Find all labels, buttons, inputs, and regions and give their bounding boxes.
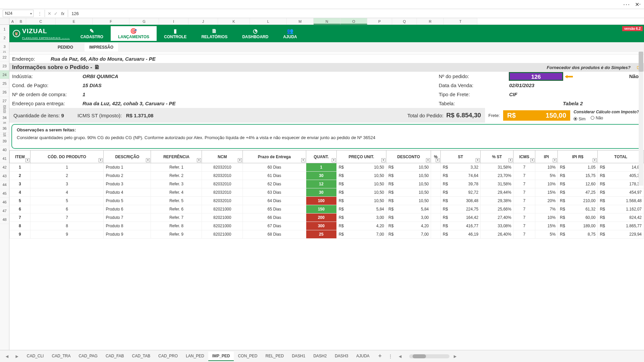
col-st[interactable]: % ST▾ <box>481 150 514 163</box>
col-header-E[interactable]: E <box>56 18 93 24</box>
filter-icon[interactable]: ▾ <box>436 158 440 162</box>
col-header-L[interactable]: L <box>250 18 287 24</box>
col-prazodeentrega[interactable]: Prazo de Entrega▾ <box>243 150 306 163</box>
sheet-tab-cad_pag[interactable]: CAD_PAG <box>74 352 101 361</box>
filter-icon[interactable]: ▾ <box>426 158 430 162</box>
row-header-3[interactable]: 3 <box>0 42 9 51</box>
vertical-scrollbar[interactable] <box>639 52 643 186</box>
table-row[interactable]: 22Produto 2Refer. 28203201061 Dias30R$10… <box>10 172 644 180</box>
filter-icon[interactable]: ▾ <box>197 158 201 162</box>
col-quant[interactable]: QUANT.▾ <box>306 150 336 163</box>
table-row[interactable]: 88Produto 8Refer. 88202100067 Dias300R$4… <box>10 222 644 230</box>
filter-icon[interactable]: ▾ <box>25 158 30 162</box>
more-icon[interactable]: ··· <box>623 1 630 8</box>
col-header-P[interactable]: P <box>367 18 392 24</box>
col-header-O[interactable]: O <box>340 18 367 24</box>
col-header-T[interactable]: T <box>444 18 477 24</box>
row-header-22[interactable]: 22 <box>0 53 9 62</box>
col-header-M[interactable]: M <box>287 18 314 24</box>
row-header-2[interactable]: 2 <box>0 34 9 42</box>
col-header-A[interactable]: A <box>9 18 16 24</box>
sheet-menu-icon[interactable]: ⋮ <box>386 354 394 359</box>
row-header-45[interactable]: 45 <box>0 189 9 198</box>
cancel-formula-icon[interactable]: ✕ <box>46 11 53 16</box>
row-header-36[interactable]: 36 <box>0 124 9 133</box>
accept-formula-icon[interactable]: ✓ <box>53 11 59 16</box>
row-header-46[interactable]: 46 <box>0 198 9 206</box>
col-icms[interactable]: ICMS▾ <box>514 150 535 163</box>
npedido-cell[interactable]: 126 <box>509 72 563 80</box>
sheet-tab-lan_ped[interactable]: LAN_PED <box>182 352 208 361</box>
sheet-tab-dash3[interactable]: DASH3 <box>331 352 352 361</box>
row-header-39[interactable]: 39 <box>0 137 9 145</box>
fx-icon[interactable]: fx <box>59 11 66 16</box>
row-header-42[interactable]: 42 <box>0 163 9 172</box>
col-[interactable]: %▾ <box>431 150 441 163</box>
name-box[interactable]: N24 <box>3 10 34 17</box>
table-row[interactable]: 77Produto 7Refer. 78202100066 Dias200R$3… <box>10 214 644 222</box>
horizontal-scrollbar[interactable] <box>409 354 449 358</box>
sheet-tab-cad_fab[interactable]: CAD_FAB <box>102 352 128 361</box>
tab-nav-next-icon[interactable]: ► <box>13 354 21 359</box>
table-row[interactable]: 55Produto 5Refer. 58203201064 Dias100R$1… <box>10 197 644 205</box>
col-header-G[interactable]: G <box>129 18 159 24</box>
row-header-34[interactable]: 34 <box>0 113 9 122</box>
filter-icon[interactable]: ▾ <box>553 158 557 162</box>
sheet-tab-imp_ped[interactable]: IMP_PED <box>208 352 234 361</box>
col-header-K[interactable]: K <box>218 18 250 24</box>
col-header-J[interactable]: J <box>189 18 218 24</box>
row-header-43[interactable]: 43 <box>0 172 9 180</box>
filter-icon[interactable]: ▾ <box>508 158 513 162</box>
filter-icon[interactable]: ▾ <box>238 158 242 162</box>
col-desconto[interactable]: DESCONTO▾ <box>386 150 431 163</box>
col-header-I[interactable]: I <box>159 18 189 24</box>
radio-nao[interactable]: Não <box>591 116 603 120</box>
sheet-tab-con_ped[interactable]: CON_PED <box>234 352 261 361</box>
formula-input[interactable]: 126 <box>69 11 81 16</box>
row-header-44[interactable]: 44 <box>0 180 9 189</box>
subtab-pedido[interactable]: PEDIDO <box>53 43 78 52</box>
ribbon-tab-relatórios[interactable]: 🗎RELATÓRIOS <box>194 25 235 42</box>
col-total[interactable]: TOTAL▾ <box>598 150 644 163</box>
filter-icon[interactable]: ▾ <box>146 158 150 162</box>
row-header-27[interactable]: 27 <box>0 97 9 105</box>
sheet-tab-ajuda[interactable]: AJUDA <box>352 352 373 361</box>
table-row[interactable]: 66Produto 6Refer. 68202100065 Dias150R$5… <box>10 205 644 214</box>
tab-nav-prev-icon[interactable]: ◄ <box>3 354 11 359</box>
sheet-tab-rel_ped[interactable]: REL_PED <box>261 352 288 361</box>
filter-icon[interactable]: ▾ <box>593 158 597 162</box>
col-header-N[interactable]: N <box>314 18 340 24</box>
sheet-tab-cad_tra[interactable]: CAD_TRA <box>48 352 74 361</box>
col-item[interactable]: ITEM▾ <box>10 150 31 163</box>
filter-icon[interactable]: ▾ <box>476 158 480 162</box>
table-row[interactable]: 33Produto 3Refer. 38203201062 Dias12R$10… <box>10 180 644 188</box>
col-cddoproduto[interactable]: CÓD. DO PRODUTO▾ <box>30 150 104 163</box>
ribbon-tab-controle[interactable]: ▮CONTROLE <box>157 25 194 42</box>
row-header-1[interactable]: 1 <box>0 25 9 34</box>
filter-icon[interactable]: ▾ <box>301 158 305 162</box>
col-header-B[interactable]: B <box>16 18 26 24</box>
col-header-C[interactable]: C <box>26 18 56 24</box>
sheet-tab-dash2[interactable]: DASH2 <box>309 352 331 361</box>
select-all-corner[interactable] <box>0 18 9 24</box>
col-ipi[interactable]: IPI▾ <box>535 150 558 163</box>
expand-formula-icon[interactable]: ⌄ <box>638 1 641 6</box>
ribbon-tab-cadastro[interactable]: ✎CADASTRO <box>73 25 111 42</box>
sheet-tab-cad_cli[interactable]: CAD_CLI <box>23 352 48 361</box>
filter-icon[interactable]: ▾ <box>530 158 534 162</box>
row-header-48[interactable]: 48 <box>0 215 9 224</box>
ribbon-tab-lançamentos[interactable]: 🎯LANÇAMENTOS <box>111 26 157 41</box>
ribbon-tab-dashboard[interactable]: ◔DASHBOARD <box>235 25 276 42</box>
col-st[interactable]: ST▾ <box>440 150 480 163</box>
table-row[interactable]: 11Produto 1Refer. 18203201060 Dias1R$10,… <box>10 163 644 172</box>
sheet-tab-cad_pro[interactable]: CAD_PRO <box>154 352 182 361</box>
col-header-F[interactable]: F <box>93 18 129 24</box>
row-header-26[interactable]: 26 <box>0 88 9 97</box>
worksheet[interactable]: 🦉 VIZUAL PLANILHAS EMPRESARIAIS ——— ✎CAD… <box>9 25 644 350</box>
filter-icon[interactable]: ▾ <box>332 158 336 162</box>
row-header-25[interactable]: 25 <box>0 79 9 88</box>
col-ncm[interactable]: NCM▾ <box>202 150 243 163</box>
row-header-41[interactable]: 41 <box>0 154 9 163</box>
col-preounit[interactable]: PREÇO UNIT.▾ <box>336 150 386 163</box>
scroll-right-icon[interactable]: ► <box>451 354 460 359</box>
